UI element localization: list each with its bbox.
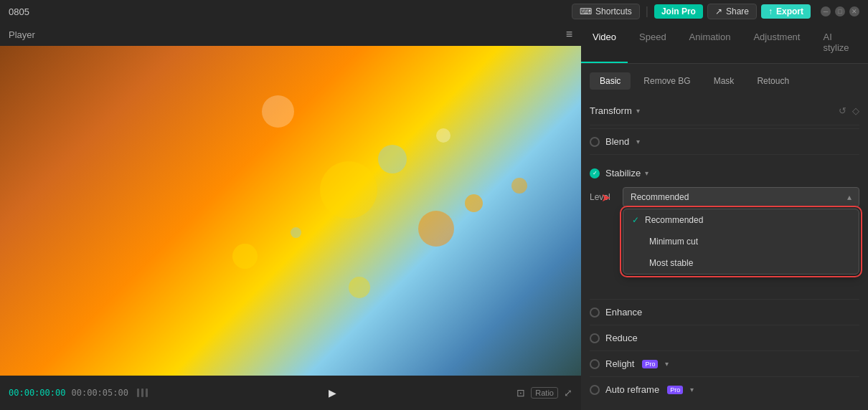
video-preview [0,46,581,376]
ctrl-right: ⊡ Ratio ⤢ [516,387,572,399]
sub-tabs: Basic Remove BG Mask Retouch [590,72,859,90]
screenshot-icon[interactable]: ⊡ [516,387,525,399]
main-area: Player ≡ 00:00:00:00 00:00:05:00 [0,23,868,410]
player-header: Player ≡ [0,23,581,46]
blend-toggle[interactable] [590,137,600,147]
reset-icon[interactable]: ↺ [839,105,846,116]
time-lines [137,388,148,397]
auto-reframe-label: Auto reframe [605,384,659,395]
window-controls: ─ □ ✕ [821,6,859,16]
relight-row: Relight Pro ▾ [590,351,859,376]
level-dropdown-trigger[interactable]: Recommended ▴ [623,187,859,207]
enhance-toggle[interactable] [590,308,600,318]
option-most-stable: Most stable [649,258,693,268]
fullscreen-icon[interactable]: ⤢ [564,387,572,399]
reduce-toggle[interactable] [590,333,600,343]
dropdown-container: ➤ Recommended ▴ ✓ Recommended [623,187,859,207]
stabilize-toggle[interactable]: ✓ [590,168,600,178]
time-current: 00:00:00:00 [9,388,65,398]
right-content: Basic Remove BG Mask Retouch Transform ▾… [581,64,868,410]
reduce-row: Reduce [590,325,859,351]
tab-ai-stylize[interactable]: AI stylize [811,23,868,63]
auto-reframe-caret-icon: ▾ [690,386,694,394]
export-icon: ↑ [768,6,773,16]
play-button[interactable]: ▶ [329,387,336,399]
left-panel: Player ≡ 00:00:00:00 00:00:05:00 [0,23,581,410]
stabilize-row: ✓ Stabilize ▾ [590,162,859,184]
level-row: Level ➤ Recommended ▴ ✓ Recommended [590,184,859,213]
close-button[interactable]: ✕ [849,6,859,16]
enhance-row: Enhance [590,299,859,325]
shortcuts-button[interactable]: ⌨ Shortcuts [572,4,640,19]
stabilize-caret-icon: ▾ [645,169,648,177]
sub-tab-mask[interactable]: Mask [704,72,745,90]
minimize-button[interactable]: ─ [821,6,831,16]
crop-icon[interactable]: ◇ [852,105,859,116]
sub-tab-retouch[interactable]: Retouch [747,72,799,90]
dropdown-item-minimum-cut[interactable]: Minimum cut [623,231,859,252]
ratio-button[interactable]: Ratio [531,387,558,399]
right-panel: Video Speed Animation Adjustment AI styl… [581,23,868,410]
blend-caret-icon: ▾ [636,138,640,146]
option-recommended: Recommended [645,215,703,225]
dropdown-item-most-stable[interactable]: Most stable [623,252,859,274]
video-area [0,46,581,376]
relight-toggle[interactable] [590,359,600,369]
enhance-label: Enhance [605,307,642,318]
level-dropdown-menu: ✓ Recommended Minimum cut Most stable [623,209,859,275]
keyboard-icon: ⌨ [580,6,592,16]
divider-1 [590,125,859,125]
chevron-up-icon: ▴ [847,192,852,202]
stabilize-section: ✓ Stabilize ▾ Level ➤ Recommended [590,154,859,213]
sub-tab-remove-bg[interactable]: Remove BG [633,72,700,90]
share-icon: ↗ [715,6,722,16]
player-label: Player [9,29,35,40]
transform-caret-icon: ▾ [636,107,640,115]
option-minimum-cut: Minimum cut [649,237,698,247]
stabilize-label: Stabilize ▾ [605,168,648,178]
transform-icons: ↺ ◇ [839,105,859,116]
auto-reframe-toggle[interactable] [590,385,600,395]
title-bar: 0805 ⌨ Shortcuts | Join Pro ↗ Share ↑ Ex… [0,0,868,23]
time-info: 00:00:00:00 00:00:05:00 [9,388,148,398]
player-controls: 00:00:00:00 00:00:05:00 ▶ ⊡ Ratio ⤢ [0,376,581,410]
tab-speed[interactable]: Speed [628,23,678,63]
dropdown-selected-value: Recommended [631,192,689,202]
auto-reframe-pro-badge: Pro [667,386,683,394]
dropdown-item-recommended[interactable]: ✓ Recommended [623,209,859,231]
tab-animation[interactable]: Animation [678,23,742,63]
title-text: 0805 [9,6,29,17]
share-button[interactable]: ↗ Share [707,4,757,19]
export-button[interactable]: ↑ Export [761,4,811,19]
blend-row: Blend ▾ [590,128,859,154]
transform-label: Transform ▾ [590,105,640,116]
sub-tab-basic[interactable]: Basic [590,72,631,90]
maximize-button[interactable]: □ [835,6,845,16]
check-icon: ✓ [632,215,639,225]
blend-label: Blend [605,136,629,147]
arrow-indicator: ➤ [601,191,610,204]
player-menu-icon[interactable]: ≡ [566,28,572,41]
reduce-label: Reduce [605,333,638,343]
relight-label: Relight [605,358,634,369]
transform-row: Transform ▾ ↺ ◇ [590,100,859,122]
relight-caret-icon: ▾ [665,360,669,368]
time-total: 00:00:05:00 [71,388,128,398]
relight-pro-badge: Pro [642,360,658,368]
auto-reframe-row: Auto reframe Pro ▾ [590,376,859,402]
right-tabs: Video Speed Animation Adjustment AI styl… [581,23,868,64]
tab-video[interactable]: Video [581,23,628,63]
join-pro-button[interactable]: Join Pro [654,4,703,19]
tab-adjustment[interactable]: Adjustment [742,23,811,63]
